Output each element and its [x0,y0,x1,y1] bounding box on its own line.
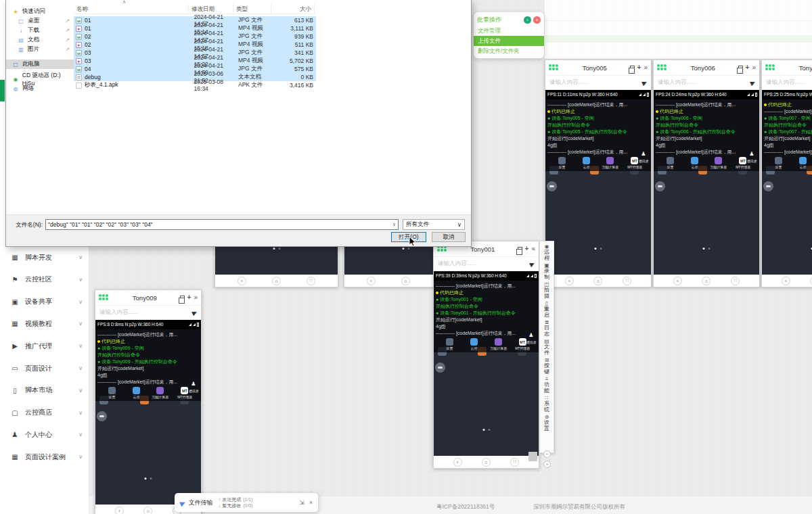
open-button[interactable]: 打开(O) [391,232,426,242]
filetype-select[interactable]: 所有文件 ∨ [403,219,465,230]
dialog-nav-item[interactable]: ▢此电脑 [6,60,74,69]
nav-home-button[interactable]: ⌂ [401,277,410,285]
collapse-icon[interactable]: » [644,64,648,71]
nav-recents-button[interactable]: ∷ [307,277,315,285]
message-input[interactable]: 请输入内容......▶ [762,75,812,90]
sidebar-item[interactable]: ▢云控商店∨ [0,402,89,424]
nav-back-button[interactable]: ‹ [115,507,124,514]
dock-app[interactable]: 云控 [125,387,148,400]
dock-app[interactable]: 云控 [791,157,812,170]
app-icon-contacts[interactable]: ♟通讯录 [188,379,200,394]
close-icon[interactable]: × [533,16,541,24]
dock-app[interactable]: 万能计算器 [487,338,510,351]
nav-home-button[interactable]: ⌂ [593,277,602,285]
floating-widget[interactable] [547,181,557,191]
dock-app[interactable]: 云控 [463,338,486,351]
nav-home-button[interactable]: ⌂ [702,277,710,285]
sidebar-item[interactable]: ▦脚本开发∨ [0,246,89,268]
sidebar-item[interactable]: ▭页面设计∨ [0,357,89,379]
dialog-nav-item[interactable]: ▢桌面⊸ [6,16,74,26]
dialog-nav-item[interactable]: ▤文档⊸ [6,35,74,45]
message-input[interactable]: 请输入内容......▶ [654,75,759,90]
nav-back-button[interactable]: ‹ [367,277,376,285]
floating-widget[interactable] [435,363,445,373]
move-icon[interactable]: + [637,64,641,71]
toolbar-item[interactable]: ⊞按键 [544,357,550,375]
device-screen[interactable]: FPS:11 D:11ms N:p2p W:360 H:640---------… [545,90,651,275]
message-input[interactable]: 请输入内容......▶ [434,256,539,271]
file-row[interactable]: 秒表_4.1.apk2025-03-08 16:34APK 文件3,416 KB [74,81,316,89]
dock-app[interactable]: 设置 [767,157,790,170]
device-screen[interactable]: FPS:8 D:8ms N:p2p W:360 H:640-----------… [95,320,201,505]
nav-back-button[interactable]: ‹ [782,277,790,285]
dock-app[interactable]: 万能计算器 [707,157,730,170]
device-screen[interactable]: FPS:39 D:39ms N:p2p W:360 H:640---------… [434,271,539,456]
column-header-type[interactable]: 类型 [233,4,271,14]
app-icon-contacts[interactable]: ♟通讯录 [526,331,537,345]
sidebar-item[interactable]: ▣设备共享∨ [0,291,89,313]
nav-recents-button[interactable]: ∷ [623,277,631,285]
dialog-nav-item[interactable]: ★快速访问 [6,7,74,16]
toolbar-item[interactable]: ≡功能 [544,376,550,394]
dialog-nav-item[interactable]: ▥图片⊸ [6,45,74,54]
column-header-name[interactable]: 名称 [74,4,189,14]
dock-app[interactable]: 万能计算器 [599,157,622,170]
duplicate-icon[interactable] [630,66,635,70]
nav-back-button[interactable]: ‹ [453,458,462,467]
app-icon-contacts[interactable]: ♟通讯录 [746,149,758,164]
drag-thumb[interactable] [528,452,537,461]
floating-widget[interactable] [97,411,107,421]
dock-app[interactable]: 设置 [438,338,461,351]
dock-app[interactable]: 万能计算器 [149,387,172,400]
floating-widget[interactable] [655,181,665,191]
device-screen[interactable]: FPS:24 D:24ms N:p2p W:360 H:640---------… [654,90,759,275]
batch-menu-item[interactable]: 删除文件/文件夹 [474,46,544,56]
sidebar-item[interactable]: ▯脚本市场∨ [0,379,89,402]
toolbar-item[interactable]: ◫拍摄 [544,281,550,299]
duplicate-icon[interactable] [180,296,185,300]
dock-app[interactable]: 云控 [683,157,706,170]
column-header-size[interactable]: 大小 [271,4,315,14]
nav-home-button[interactable]: ⌂ [143,507,152,514]
column-header-date[interactable]: 修改日期 [189,4,233,14]
dock-app[interactable]: 云控 [574,157,597,170]
toolbar-item[interactable]: ◉远程 [544,243,550,261]
toolbar-item[interactable]: ∷系统 [544,395,550,413]
toolbar-item[interactable]: ▤文件 [544,338,550,356]
nav-recents-button[interactable]: ∷ [510,458,519,467]
chevron-down-icon[interactable]: ∨ [392,222,396,227]
move-icon[interactable]: + [746,64,750,71]
close-icon[interactable]: × [309,499,313,506]
toolbar-item[interactable]: ≣日志 [544,319,550,337]
collapse-icon[interactable]: » [194,294,198,301]
duplicate-icon[interactable] [518,247,522,252]
nav-back-button[interactable]: ‹ [238,277,246,285]
zoom-in-button[interactable]: + [543,461,551,468]
message-input[interactable]: 请输入内容......▶ [545,75,651,90]
filename-input[interactable]: "debug" "01" "01" "02" "02" "03" "03" "0… [45,219,399,230]
dock-app[interactable]: 设置 [100,387,123,400]
nav-back-button[interactable]: ‹ [565,277,574,285]
floating-widget[interactable] [763,181,773,191]
toolbar-item[interactable]: ▣录制 [544,262,550,280]
batch-menu-item[interactable]: 上传文件 [474,36,544,46]
nav-home-button[interactable]: ⌂ [482,458,491,467]
sidebar-item[interactable]: ⚑云控社区∨ [0,268,89,291]
cancel-button[interactable]: 取消 [432,232,466,242]
nav-back-button[interactable]: ‹ [673,277,682,285]
sidebar-item[interactable]: ▶推广代理∨ [0,335,89,357]
batch-menu-item[interactable]: 文件管理 [474,26,544,36]
nav-home-button[interactable]: ⌂ [272,277,281,285]
move-icon[interactable]: + [525,246,529,252]
toolbar-item[interactable]: ▯重启 [544,300,550,318]
run-icon[interactable]: › [524,16,531,24]
duplicate-icon[interactable] [738,66,743,70]
collapse-icon[interactable]: « [531,246,535,252]
sidebar-item[interactable]: ▦视频教程∨ [0,312,89,335]
dock-app[interactable]: 设置 [658,157,681,170]
sidebar-item[interactable]: ♟个人中心∨ [0,423,89,446]
nav-recents-button[interactable]: ∷ [731,277,740,285]
sidebar-item[interactable]: ▦页面设计案例∨ [0,446,89,468]
device-screen[interactable]: FPS:25 D:25ms N:p2p W:360 H:640代码已终止----… [762,90,812,275]
message-input[interactable]: 请输入内容......▶ [95,305,201,320]
